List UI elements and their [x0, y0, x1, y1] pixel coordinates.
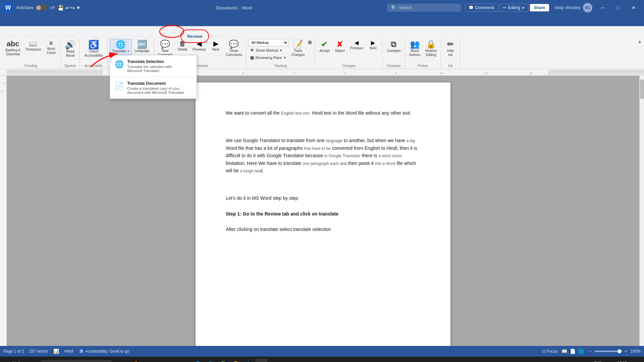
tab-view[interactable]: View [207, 31, 226, 42]
show-comments-button[interactable]: 💬 Show Comments [224, 39, 244, 58]
read-mode-icon[interactable]: 📖 [561, 349, 567, 354]
taskbar-explorer[interactable]: 📁 [141, 359, 153, 362]
zoom-level[interactable]: 100% [630, 349, 641, 354]
hide-ink-button[interactable]: ✏ Hide Ink [443, 39, 458, 58]
close-button[interactable]: ✕ [626, 0, 641, 15]
language-status[interactable]: Hindi [64, 349, 73, 354]
editing-button[interactable]: ✏ Editing ▼ [499, 4, 529, 12]
share-button[interactable]: Share [530, 4, 549, 11]
language-button[interactable]: 🔤 Language [132, 39, 152, 54]
compare-button[interactable]: ⧉ Compare [385, 39, 402, 54]
undo-icon[interactable]: ↩ [65, 5, 70, 11]
comments-button[interactable]: 💬 Comments [465, 4, 498, 12]
focus-label: Focus [547, 349, 558, 354]
tab-home[interactable]: Home [19, 31, 40, 42]
restrict-editing-button[interactable]: 🔒 Restrict Editing [423, 39, 439, 58]
toggle-knob [36, 5, 41, 10]
track-changes-button[interactable]: 📝 Track Changes [289, 39, 307, 58]
show-markup-button[interactable]: 👁 Show Markup ▼ [248, 47, 288, 54]
ribbon: abc Spelling & Grammar 📖 Thesaurus ≡ Wor… [0, 37, 644, 69]
taskbar-app1[interactable]: 🔵 [204, 359, 216, 362]
reviewing-chevron: ▼ [283, 56, 286, 59]
inline-note-9: into a Word [375, 161, 395, 166]
tab-mailings[interactable]: Mailings [157, 31, 183, 42]
maximize-button[interactable]: □ [610, 0, 626, 15]
taskbar-search[interactable]: 🔍 Search [39, 360, 113, 362]
markup-dropdown[interactable]: All Markup Simple Markup No Markup Origi… [248, 39, 288, 46]
inline-note-4: that have to be [304, 146, 330, 151]
reject-button[interactable]: ✘ Reject [332, 39, 347, 54]
svg-text:12: 12 [529, 72, 532, 75]
taskbar-clock[interactable]: 19:52 25-02-2024 [610, 359, 634, 362]
accessibility-label: Accessibility: Good to go [85, 349, 129, 354]
read-aloud-button[interactable]: 🔊 Read Aloud [63, 39, 77, 59]
page-status[interactable]: Page 1 of 2 [3, 349, 24, 354]
avatar[interactable]: VC [583, 3, 592, 12]
translate-button[interactable]: 🌐 Translate ▼ [110, 39, 132, 55]
tab-file[interactable]: File [3, 31, 19, 42]
tab-design[interactable]: Design [80, 31, 103, 42]
ribbon-group-changes: ✔ Accept ✘ Reject ◀ Previous ▶ Next Chan… [315, 38, 383, 69]
taskbar-taskview[interactable]: ⧉ [115, 359, 127, 362]
accessibility-status[interactable]: ♿ Accessibility: Good to go [79, 349, 129, 354]
taskbar-app2[interactable]: 🟢 [217, 359, 229, 362]
redo-icon[interactable]: ↪ [70, 5, 75, 11]
previous-change-button[interactable]: ◀ Previous [348, 39, 365, 52]
spacer-2 [226, 182, 420, 194]
translate-document-item[interactable]: 📄 Translate Document Create a translated… [110, 77, 197, 99]
taskbar-word[interactable]: W [255, 359, 267, 362]
taskbar-store[interactable]: 🛍 [179, 359, 191, 362]
step1-bold: Step 1: Go to the Review tab and click o… [226, 211, 338, 217]
hide-ink-icon: ✏ [447, 40, 454, 48]
focus-button[interactable]: ⊡ Focus [542, 349, 558, 354]
word-count-status[interactable]: 237 words [29, 349, 48, 354]
zoom-in-icon[interactable]: ＋ [624, 348, 628, 354]
tab-review[interactable]: Review [182, 31, 207, 42]
word-count-label: 237 words [29, 349, 48, 354]
collapse-ribbon-button[interactable]: ∧ [637, 38, 643, 46]
zoom-slider[interactable] [595, 351, 622, 352]
protect-label: Protect [407, 63, 439, 69]
tab-draw[interactable]: Draw [60, 31, 80, 42]
taskbar-chrome[interactable]: 🟡 [230, 359, 242, 362]
spelling-grammar-button[interactable]: abc Spelling & Grammar [3, 39, 22, 58]
accept-button[interactable]: ✔ Accept [317, 39, 332, 54]
tab-help[interactable]: Help [226, 31, 244, 42]
page-scroll-area[interactable]: We want to convert all the English text … [7, 76, 639, 346]
taskbar-files[interactable]: 📂 [166, 359, 178, 362]
proofing-content: abc Spelling & Grammar 📖 Thesaurus ≡ Wor… [3, 39, 58, 63]
taskbar-edge[interactable]: 🌀 [192, 359, 204, 362]
save-icon[interactable]: 💾 [57, 5, 64, 11]
taskbar-copilot[interactable]: 🌈 [128, 359, 140, 362]
ribbon-group-compare: ⧉ Compare Compare [383, 38, 405, 69]
taskbar-teams[interactable]: 💼 [153, 359, 165, 362]
scrollbar-track[interactable] [639, 76, 644, 346]
translate-selection-item[interactable]: 🌐 Translate Selection Translate the sele… [110, 55, 197, 77]
print-layout-icon[interactable]: 📄 [570, 349, 576, 354]
tab-insert[interactable]: Insert [40, 31, 61, 42]
scrollbar-thumb[interactable] [640, 79, 644, 99]
weather-widget[interactable]: ☁ 20°C Haze [3, 360, 23, 362]
reviewing-pane-button[interactable]: ▦ Reviewing Pane ▼ [248, 54, 288, 61]
taskbar-app3[interactable]: 🔷 [243, 359, 255, 362]
text-cursor [262, 169, 262, 173]
doc-stats-icon[interactable]: 📊 [53, 349, 59, 354]
paragraph-3: Let's do it in MS Word step by step [226, 194, 420, 202]
customize-icon[interactable]: ▼ [76, 5, 81, 10]
search-bar[interactable]: 🔍 Search [387, 4, 461, 12]
translate-document-desc: Create a translated copy of yourdocument… [127, 86, 184, 95]
start-button[interactable]: ⊞ [24, 358, 37, 362]
check-accessibility-button[interactable]: ♿ Check Accessibility [82, 39, 105, 59]
translate-selection-icon: 🌐 [115, 60, 124, 69]
ribbon-group-speech: 🔊 Read Aloud Speech [61, 38, 80, 69]
zoom-thumb[interactable] [618, 349, 622, 353]
minimize-button[interactable]: ─ [595, 0, 610, 15]
tracking-expand-icon[interactable]: ⊞ [307, 39, 313, 46]
web-layout-icon[interactable]: 🌐 [578, 349, 584, 354]
inline-note-3: a big [407, 138, 415, 143]
block-authors-button[interactable]: 👥 Block Authors [407, 39, 423, 58]
next-change-button[interactable]: ▶ Next [366, 39, 380, 52]
autosave-toggle[interactable] [36, 5, 48, 11]
zoom-out-icon[interactable]: － [588, 348, 593, 354]
ribbon-group-language: 🌐 Translate ▼ 🌐 Translate Selection Tran… [108, 38, 154, 69]
